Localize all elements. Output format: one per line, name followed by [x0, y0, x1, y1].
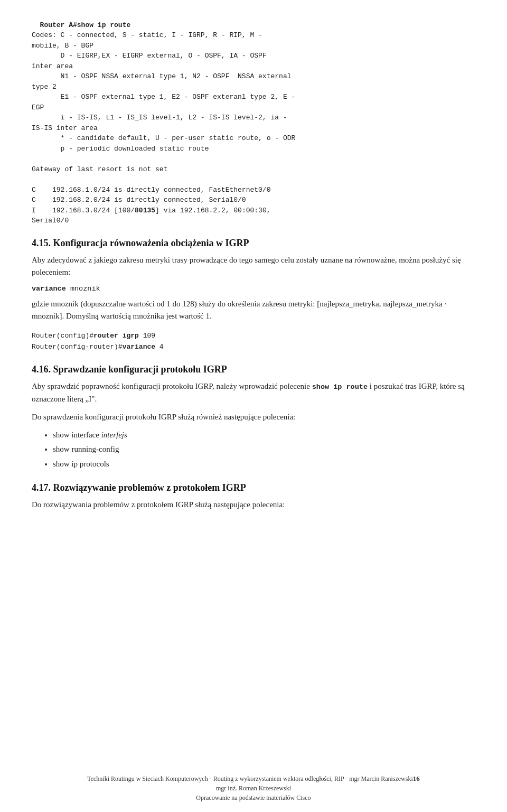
- mnoznik-text: mnoznik]. Domyślną wartością mnożnika je…: [32, 312, 212, 320]
- code-line-8: E1 - OSPF external type 1, E2 - OSPF ext…: [32, 93, 295, 101]
- section-415: 4.15. Konfiguracja równoważenia obciążen…: [32, 238, 475, 353]
- heading-416: 4.16. Sprawdzanie konfiguracji protokołu…: [32, 364, 475, 375]
- code-line-7: type 2: [32, 83, 57, 91]
- para-416-1: Aby sprawdzić poprawność konfiguracji pr…: [32, 380, 475, 405]
- top-code-block: Router A#show ip route Codes: C - connec…: [32, 10, 475, 226]
- code-line-18: C 192.168.2.0/24 is directly connected, …: [32, 196, 246, 204]
- code-line-10: i - IS-IS, L1 - IS_IS level-1, L2 - IS-I…: [32, 114, 287, 122]
- code-line-19: I 192.168.3.0/24 [100/80135] via 192.168…: [32, 207, 271, 214]
- footer-line2: mgr inż. Roman Krzeszewski: [0, 783, 507, 793]
- code-line-15: Gateway of last resort is not set: [32, 165, 167, 173]
- section-417: 4.17. Rozwiązywanie problemów z protokoł…: [32, 482, 475, 511]
- heading-417: 4.17. Rozwiązywanie problemów z protokoł…: [32, 482, 475, 493]
- code-line-12: * - candidate default, U - per-user stat…: [32, 134, 295, 142]
- heading-415: 4.15. Konfiguracja równoważenia obciążen…: [32, 238, 475, 249]
- bullet-item-1: show interface interfejs: [53, 428, 475, 442]
- code-router-igrp: Router(config)#router igrp 109 Router(co…: [32, 330, 475, 353]
- code-line-5: inter area: [32, 62, 73, 70]
- code-line-1: Router A#show ip route: [40, 21, 131, 29]
- code-line-17: C 192.168.1.0/24 is directly connected, …: [32, 186, 270, 194]
- footer-line1: Techniki Routingu w Sieciach Komputerowy…: [0, 773, 507, 784]
- code-line-11: IS-IS inter area: [32, 124, 98, 132]
- code-line-20: Serial0/0: [32, 217, 69, 225]
- code-line-13: p - periodic downloaded static route: [32, 145, 209, 153]
- bullet-item-3: show ip protocols: [53, 458, 475, 471]
- code-line-2: Codes: C - connected, S - static, I - IG…: [32, 31, 262, 39]
- para-415-2-text: gdzie mnoznik (dopuszczalne wartości od …: [32, 300, 443, 308]
- dot-operator: ·: [443, 300, 447, 308]
- bullet-1-italic: interfejs: [101, 431, 127, 439]
- para-415-1: Aby zdecydować z jakiego zakresu metryki…: [32, 254, 475, 279]
- para-416-1-prefix: Aby sprawdzić poprawność konfiguracji pr…: [32, 382, 312, 390]
- bullet-1-text: show interface: [53, 431, 101, 439]
- para-416-2: Do sprawdzenia konfiguracji protokołu IG…: [32, 411, 475, 423]
- footer: Techniki Routingu w Sieciach Komputerowy…: [0, 773, 507, 803]
- code-line-9: EGP: [32, 104, 44, 111]
- code-variance: variance mnoznik: [32, 284, 475, 293]
- para-415-2: gdzie mnoznik (dopuszczalne wartości od …: [32, 298, 475, 323]
- footer-line3: Opracowanie na podstawie materiałów Cisc…: [0, 793, 507, 802]
- show-ip-route-bold: show ip route: [312, 383, 368, 391]
- code-line-6: N1 - OSPF NSSA external type 1, N2 - OSP…: [32, 72, 291, 80]
- bullet-3-text: show ip protocols: [53, 460, 109, 468]
- bullet-list-416: show interface interfejs show running-co…: [53, 428, 475, 471]
- para-417-1: Do rozwiązywania problemów z protokołem …: [32, 499, 475, 511]
- section-416: 4.16. Sprawdzanie konfiguracji protokołu…: [32, 364, 475, 471]
- bullet-2-text: show running-config: [53, 445, 119, 453]
- page-number: 16: [413, 774, 420, 782]
- code-line-4: D - EIGRP,EX - EIGRP external, O - OSPF,…: [32, 52, 267, 60]
- bullet-item-2: show running-config: [53, 443, 475, 456]
- code-line-3: mobile, B - BGP: [32, 42, 93, 50]
